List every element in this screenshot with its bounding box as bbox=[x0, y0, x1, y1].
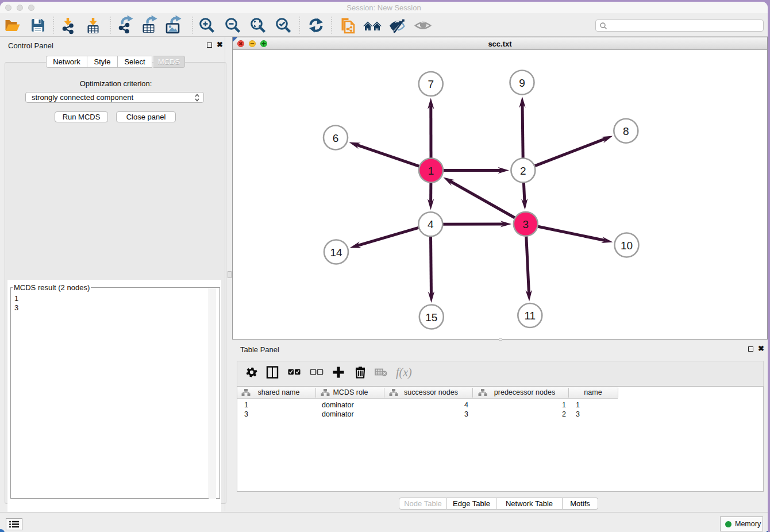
svg-text:11: 11 bbox=[524, 310, 536, 322]
svg-text:7: 7 bbox=[428, 78, 434, 90]
svg-text:f(x): f(x) bbox=[396, 366, 412, 379]
svg-text:MCDS role: MCDS role bbox=[333, 388, 368, 396]
svg-text:15: 15 bbox=[425, 311, 437, 323]
svg-text:9: 9 bbox=[519, 77, 525, 89]
svg-text:3: 3 bbox=[523, 218, 529, 230]
svg-text:shared name: shared name bbox=[258, 388, 300, 396]
svg-text:2: 2 bbox=[520, 165, 526, 177]
svg-text:6: 6 bbox=[333, 132, 339, 144]
svg-text:14: 14 bbox=[330, 246, 342, 259]
svg-text:1: 1 bbox=[428, 165, 434, 177]
svg-text:name: name bbox=[584, 388, 602, 396]
svg-text:10: 10 bbox=[621, 240, 633, 252]
svg-text:successor nodes: successor nodes bbox=[404, 388, 458, 396]
svg-text:4: 4 bbox=[428, 218, 434, 230]
svg-text:8: 8 bbox=[623, 125, 629, 137]
svg-text:predecessor nodes: predecessor nodes bbox=[494, 388, 555, 396]
